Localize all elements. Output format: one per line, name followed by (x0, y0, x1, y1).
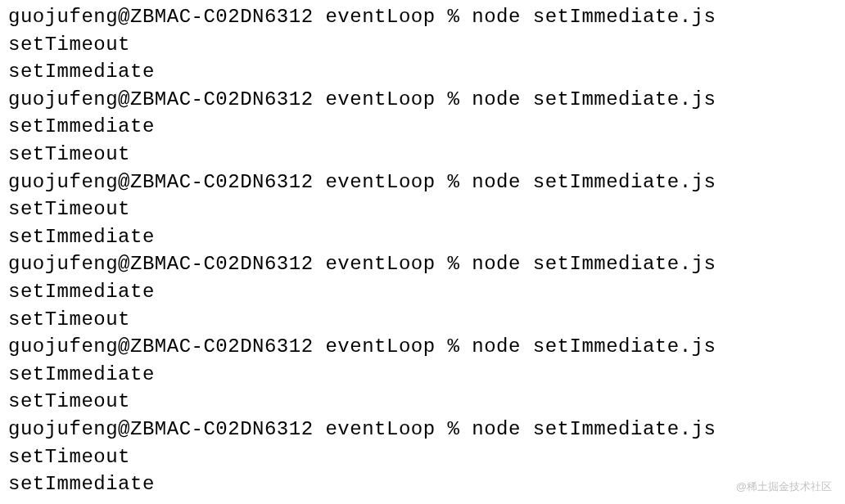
terminal-output[interactable]: guojufeng@ZBMAC-C02DN6312 eventLoop % no… (8, 3, 837, 498)
terminal-line: setTimeout (8, 443, 837, 471)
terminal-line: setTimeout (8, 31, 837, 59)
terminal-line: setTimeout (8, 306, 837, 334)
terminal-line: setImmediate (8, 58, 837, 86)
terminal-line: guojufeng@ZBMAC-C02DN6312 eventLoop % no… (8, 86, 837, 114)
terminal-line: setImmediate (8, 223, 837, 251)
terminal-line: guojufeng@ZBMAC-C02DN6312 eventLoop % no… (8, 416, 837, 443)
terminal-line: setImmediate (8, 361, 837, 389)
watermark-text: @稀土掘金技术社区 (736, 479, 832, 494)
terminal-line: guojufeng@ZBMAC-C02DN6312 eventLoop % no… (8, 3, 837, 31)
terminal-line: guojufeng@ZBMAC-C02DN6312 eventLoop % no… (8, 333, 837, 361)
terminal-line: setImmediate (8, 113, 837, 141)
terminal-line: setTimeout (8, 141, 837, 169)
terminal-line: setImmediate (8, 470, 837, 498)
terminal-line: guojufeng@ZBMAC-C02DN6312 eventLoop % no… (8, 169, 837, 196)
terminal-line: setTimeout (8, 388, 837, 416)
terminal-line: setImmediate (8, 278, 837, 306)
terminal-line: setTimeout (8, 196, 837, 223)
terminal-line: guojufeng@ZBMAC-C02DN6312 eventLoop % no… (8, 250, 837, 278)
